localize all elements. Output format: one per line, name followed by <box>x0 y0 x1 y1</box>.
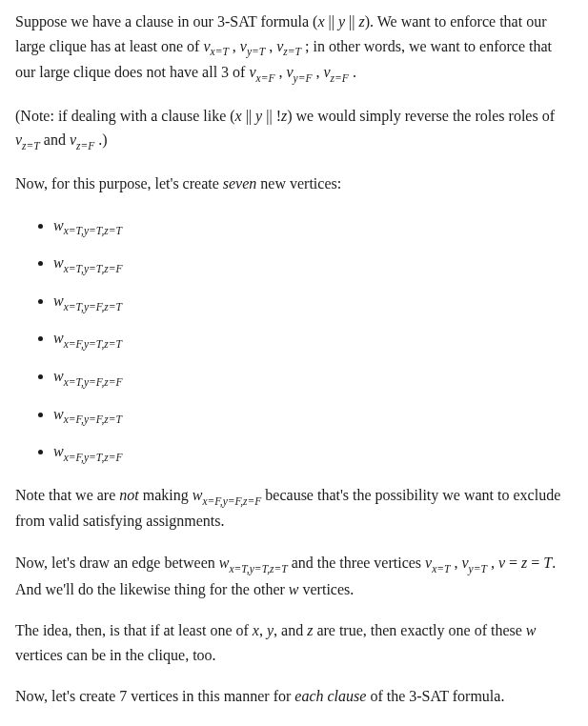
var-w: w <box>53 443 64 459</box>
paragraph-3: Now, for this purpose, let's create seve… <box>15 171 573 196</box>
var-v: v <box>240 38 247 54</box>
var-y: y <box>267 622 274 638</box>
text: of the 3-SAT formula. <box>366 688 504 704</box>
text: (Note: if dealing with a clause like ( <box>15 108 235 124</box>
sub: z=T <box>22 140 40 151</box>
text: . <box>349 64 356 80</box>
text: .) <box>94 131 107 148</box>
var-T: T <box>543 555 552 571</box>
sub: x=T,y=T,z=F <box>64 263 123 274</box>
paragraph-4: Note that we are not making wx=F,y=F,z=F… <box>15 483 573 534</box>
sub: y=T <box>469 563 487 575</box>
var-x: x <box>235 108 242 124</box>
sub: y=T <box>247 46 265 57</box>
text: , <box>259 622 267 638</box>
text: and the three vertices <box>288 555 425 571</box>
list-item: wx=F,y=F,z=T <box>53 402 573 429</box>
var-v: v <box>323 64 330 80</box>
text: vertices. <box>299 581 355 597</box>
text: , <box>487 555 498 571</box>
sub: x=F,y=T,z=F <box>64 452 123 463</box>
var-w: w <box>53 292 64 309</box>
text: = <box>505 555 521 571</box>
text: , <box>274 64 286 80</box>
var-w: w <box>53 330 64 346</box>
text: , <box>229 38 240 54</box>
text: || <box>242 108 255 124</box>
text: , <box>312 64 323 80</box>
text: and <box>40 131 70 148</box>
vertex-list: wx=T,y=T,z=T wx=T,y=T,z=F wx=T,y=F,z=T w… <box>15 213 573 466</box>
sub: x=T,y=F,z=T <box>64 301 122 313</box>
sub: x=T <box>211 46 229 57</box>
text: are true, then exactly one of these <box>313 622 525 638</box>
text: Note that we are <box>15 487 119 503</box>
var-w: w <box>526 622 537 638</box>
var-w: w <box>53 217 64 233</box>
var-w: w <box>289 581 299 597</box>
text: vertices can be in the clique, too. <box>15 647 216 663</box>
sub: x=F,y=F,z=T <box>64 413 122 425</box>
var-v: v <box>70 131 76 148</box>
text: || <box>325 13 338 30</box>
emphasis: seven <box>223 175 257 192</box>
text: || ! <box>262 108 281 124</box>
sub: x=F,y=F,z=F <box>202 495 261 507</box>
sub: x=T,y=F,z=F <box>64 376 123 388</box>
sub: y=F <box>294 72 313 84</box>
text: new vertices: <box>256 175 341 192</box>
list-item: wx=F,y=T,z=T <box>53 326 573 353</box>
text: Now, for this purpose, let's create <box>15 175 223 192</box>
sub: x=T,y=T,z=T <box>64 225 122 236</box>
var-v: v <box>203 38 210 54</box>
var-v: v <box>462 555 469 571</box>
var-y: y <box>338 13 345 30</box>
paragraph-1: Suppose we have a clause in our 3-SAT fo… <box>15 10 573 87</box>
text: , <box>451 555 462 571</box>
sub: z=F <box>76 140 94 151</box>
var-x: x <box>317 13 324 30</box>
var-x: x <box>253 622 259 638</box>
text: , and <box>274 622 307 638</box>
sub: x=T <box>432 563 450 575</box>
sub: x=F <box>256 72 275 84</box>
paragraph-6: The idea, then, is that if at least one … <box>15 618 573 667</box>
emphasis: each clause <box>294 688 366 704</box>
text: Now, let's draw an edge between <box>15 555 219 571</box>
paragraph-2: (Note: if dealing with a clause like (x … <box>15 104 573 154</box>
text: Suppose we have a clause in our 3-SAT fo… <box>15 13 317 30</box>
text: || <box>345 13 358 30</box>
var-w: w <box>219 555 230 571</box>
sub: x=T,y=T,z=T <box>229 563 287 575</box>
var-w: w <box>53 368 64 384</box>
text: ) we would simply reverse the roles role… <box>287 108 555 124</box>
var-v: v <box>498 555 505 571</box>
text: making <box>139 487 193 503</box>
text: The idea, then, is that if at least one … <box>15 622 253 638</box>
list-item: wx=T,y=F,z=T <box>53 289 573 315</box>
var-w: w <box>193 487 203 503</box>
sub: z=F <box>331 72 349 84</box>
text: , <box>265 38 276 54</box>
var-w: w <box>53 406 64 422</box>
var-v: v <box>286 64 293 80</box>
var-v: v <box>249 64 255 80</box>
sub: x=F,y=T,z=T <box>64 338 122 350</box>
list-item: wx=F,y=T,z=F <box>53 439 573 466</box>
text: Now, let's create 7 vertices in this man… <box>15 688 294 704</box>
sub: z=T <box>283 46 301 57</box>
list-item: wx=T,y=T,z=F <box>53 251 573 277</box>
paragraph-7: Now, let's create 7 vertices in this man… <box>15 684 573 709</box>
list-item: wx=T,y=F,z=F <box>53 364 573 391</box>
paragraph-5: Now, let's draw an edge between wx=T,y=T… <box>15 551 573 601</box>
emphasis: not <box>119 487 138 503</box>
text: = <box>527 555 543 571</box>
var-w: w <box>53 254 64 271</box>
list-item: wx=T,y=T,z=T <box>53 213 573 240</box>
